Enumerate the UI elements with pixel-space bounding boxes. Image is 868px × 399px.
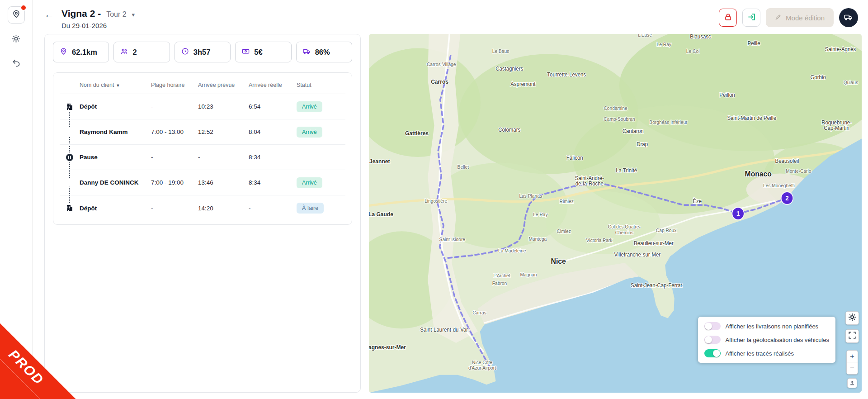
time-window: - <box>151 154 198 161</box>
map-label: Tourrette-Levens <box>547 71 586 77</box>
map-option-traces: Afficher les tracés réalisés <box>704 349 829 357</box>
map-label: Saint-Martin de Peille <box>727 114 776 120</box>
depot-icon <box>66 102 73 111</box>
stat-load[interactable]: 86% <box>296 42 352 62</box>
map-label: Condamine <box>604 106 627 111</box>
sort-icon: ▼ <box>116 83 120 88</box>
clock-icon <box>181 48 189 57</box>
sidebar-item-location[interactable] <box>8 6 25 24</box>
map-label: Rimiez <box>560 199 574 204</box>
map-label: Mantega <box>528 236 547 241</box>
planned-arrival: 12:52 <box>198 128 249 135</box>
toggle-label: Afficher la géolocalisation des véhicule… <box>725 337 829 343</box>
time-window: 7:00 - 19:00 <box>151 179 198 186</box>
time-window: - <box>151 205 198 212</box>
map-label: Beausoleil <box>775 157 799 163</box>
map-label: La Madeleine <box>498 248 526 253</box>
map[interactable]: L'EuseBlausascLe RayPeilleSainte-AgnèsLe… <box>369 34 862 393</box>
map-label: Monaco <box>745 170 772 178</box>
map-label: Cap Roux <box>656 228 677 233</box>
pencil-icon <box>775 14 782 22</box>
stop-number-marker: 2 <box>66 178 74 187</box>
stat-cost[interactable]: 5€ <box>235 42 291 62</box>
vehicle-button[interactable] <box>839 8 858 27</box>
tour-date: Du 29-01-2026 <box>61 22 135 29</box>
actual-arrival: 8:34 <box>249 179 297 186</box>
map-label: Le Ray <box>533 212 548 217</box>
table-row[interactable]: Dépôt - 14:20 - À faire <box>60 195 345 221</box>
sidebar-item-undo[interactable] <box>8 55 25 72</box>
planned-arrival: 14:20 <box>198 205 249 212</box>
status-badge: Arrivé <box>297 127 322 138</box>
banknote-icon <box>242 48 250 57</box>
tour-selector[interactable]: Tour 2 <box>106 10 126 19</box>
actual-arrival: 8:04 <box>249 128 297 135</box>
page-header: ← Vigna 2 - Tour 2 ▾ Du 29-01-2026 <box>33 0 868 34</box>
transfer-icon <box>747 13 756 23</box>
sidebar-item-settings[interactable] <box>8 31 25 48</box>
map-label: Villefranche-sur-Mer <box>614 252 660 257</box>
map-label: Peille <box>748 40 760 46</box>
table-row[interactable]: Dépôt - 10:23 6:54 Arrivé <box>60 94 345 119</box>
stop-number-marker: 1 <box>66 128 74 136</box>
map-label: Sainte-Agnès <box>825 46 856 52</box>
map-label: Le Ray <box>657 42 672 47</box>
map-label: Castagniers <box>495 66 523 71</box>
back-arrow-icon[interactable]: ← <box>44 8 54 21</box>
map-label: Nice Côted'Azur Airport <box>468 360 496 371</box>
lock-button[interactable] <box>719 9 737 27</box>
zoom-controls: + − <box>846 350 858 375</box>
map-label: Drap <box>637 141 648 147</box>
column-window: Plage horaire <box>151 82 198 88</box>
zoom-in-button[interactable]: + <box>847 351 858 362</box>
map-label: Fabron <box>492 281 507 286</box>
map-label: Bellet <box>458 165 469 170</box>
map-label: Roquebrune-Cap-Martin <box>821 119 852 131</box>
fullscreen-button[interactable] <box>845 329 859 343</box>
map-label: Victoria Park <box>586 238 613 243</box>
time-window: - <box>151 103 198 110</box>
map-label: Beaulieu-sur-Mer <box>634 240 674 246</box>
stat-duration[interactable]: 3h57 <box>175 42 231 62</box>
zoom-out-button[interactable]: − <box>847 362 858 374</box>
map-label: Nice <box>551 257 566 265</box>
chevron-down-icon[interactable]: ▾ <box>132 11 135 18</box>
transfer-button[interactable] <box>742 9 760 27</box>
map-label: Èze <box>693 198 702 204</box>
map-label: L'Euse <box>638 34 652 38</box>
column-client[interactable]: Nom du client▼ <box>80 82 151 88</box>
pin-icon <box>60 48 67 57</box>
stat-distance[interactable]: 62.1km <box>53 42 109 62</box>
stops-body: Dépôt - 10:23 6:54 Arrivé 1 Raymond Kamm… <box>60 94 345 221</box>
edit-mode-button[interactable]: Mode édition <box>766 8 834 27</box>
toggle-label: Afficher les tracés réalisés <box>725 350 794 357</box>
map-gear-icon <box>848 313 857 323</box>
toggle-unplanned-deliveries[interactable] <box>704 322 721 330</box>
status-badge: À faire <box>297 203 324 214</box>
map-label: Cagnes-sur-Mer <box>369 344 406 351</box>
depot-icon <box>66 204 73 213</box>
table-row[interactable]: 2 Danny DE CONINCK 7:00 - 19:00 13:46 8:… <box>60 170 345 195</box>
map-settings-button[interactable] <box>845 311 859 325</box>
notification-dot <box>20 5 27 11</box>
planned-arrival: - <box>198 154 249 161</box>
toggle-completed-traces[interactable] <box>704 349 721 357</box>
toggle-vehicle-geolocation[interactable] <box>704 336 721 344</box>
recenter-button[interactable] <box>847 378 857 388</box>
map-label: Le Baus <box>492 49 509 54</box>
left-sidebar <box>0 0 33 399</box>
pause-icon <box>66 152 74 162</box>
map-label: Colomars <box>498 127 520 133</box>
svg-text:1: 1 <box>736 210 740 217</box>
map-stop-marker[interactable]: 2 <box>781 192 793 204</box>
table-row[interactable]: 1 Raymond Kamm 7:00 - 13:00 12:52 8:04 A… <box>60 119 345 145</box>
map-label: Aspremont <box>510 81 536 87</box>
map-stop-marker[interactable]: 1 <box>732 207 744 220</box>
map-label: Monte-Carlo <box>786 169 811 174</box>
table-row[interactable]: Pause - - 8:34 <box>60 145 345 170</box>
map-label: Gattières <box>405 130 429 137</box>
stat-clients[interactable]: 2 <box>113 42 170 62</box>
map-label: Quiaus <box>844 80 858 85</box>
client-name: Danny DE CONINCK <box>80 179 151 186</box>
map-label: Camp-Soubran <box>604 117 635 122</box>
